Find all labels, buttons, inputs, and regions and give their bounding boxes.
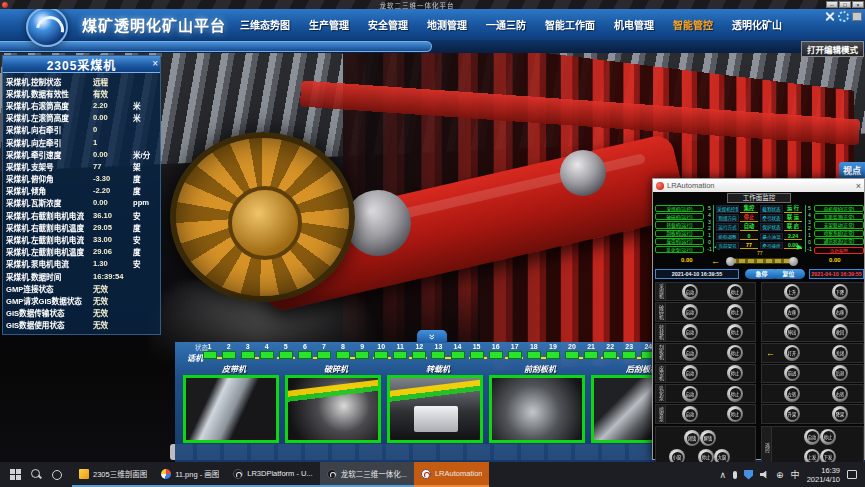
start-button[interactable]: 启动 xyxy=(682,386,698,402)
nav-item[interactable]: 地测管理 xyxy=(427,17,467,32)
nav-item[interactable]: 机电管理 xyxy=(614,17,654,32)
start-button[interactable]: 启动 xyxy=(682,324,698,340)
panel-toggle-icon[interactable] xyxy=(852,12,862,21)
action-button[interactable]: 伸出 xyxy=(784,324,800,340)
stop-button[interactable]: 停止 xyxy=(727,345,743,361)
taskbar-app[interactable]: 龙软二三维一体化... xyxy=(320,462,414,487)
status-button[interactable]: 瓦斯监测(正常) xyxy=(814,213,864,220)
left-value: 0.00 xyxy=(681,257,693,263)
position-slider[interactable] xyxy=(729,258,795,264)
viewpoint-tab[interactable]: 视点 xyxy=(839,162,865,179)
panel-close-icon[interactable]: × xyxy=(152,57,158,71)
camera-thumbnail[interactable] xyxy=(183,375,279,443)
stop-button[interactable]: 停止 xyxy=(727,324,743,340)
taskbar-app[interactable]: LRAutomation xyxy=(414,462,490,487)
start-button[interactable] xyxy=(10,469,21,480)
search-icon[interactable] xyxy=(31,469,42,480)
chevron-down-icon: « xyxy=(427,334,437,340)
maximize-button[interactable]: □ xyxy=(839,1,851,8)
taskbar-app[interactable]: 2305三维剖面图 xyxy=(72,462,154,487)
microphone-icon[interactable] xyxy=(733,471,737,479)
special-button[interactable]: 闭锁 xyxy=(684,430,700,446)
action-button[interactable]: 下降 xyxy=(832,284,848,300)
cortana-icon[interactable] xyxy=(52,470,62,480)
stop-button[interactable]: 停止 xyxy=(727,386,743,402)
status-button[interactable]: 刮板机(运行) xyxy=(655,230,704,237)
status-button[interactable]: 皮带机(运行) xyxy=(655,238,704,245)
nav-item[interactable]: 智能管控 xyxy=(673,17,713,32)
status-button[interactable]: 乳化泵(运行) xyxy=(655,246,704,253)
action-button[interactable]: 后退 xyxy=(832,365,848,381)
sub-toolbar xyxy=(0,40,865,53)
camera-thumbnail[interactable] xyxy=(285,375,381,443)
special-button[interactable]: 启动 xyxy=(804,429,820,445)
notification-center-icon[interactable] xyxy=(847,470,857,479)
nav-item[interactable]: 智能工作面 xyxy=(545,17,595,32)
support-number: 21 xyxy=(587,343,595,350)
action-button[interactable]: 上升 xyxy=(784,284,800,300)
camera-thumbnail[interactable] xyxy=(387,375,483,443)
strip-collapse-tab[interactable]: « xyxy=(417,330,447,343)
network-icon[interactable]: ⊕ xyxy=(776,470,784,480)
support-number: 20 xyxy=(568,343,576,350)
status-button[interactable]: 破碎机(运行) xyxy=(655,213,704,220)
data-unit: 米/分 xyxy=(133,149,157,160)
workface-monitor-tab[interactable]: 工作面监控 xyxy=(727,193,791,203)
lrautomation-window: LRAutomation × 工作面监控 采煤机(远控)破碎机(运行)转载机(运… xyxy=(652,178,865,460)
action-button[interactable]: 关闭 xyxy=(832,345,848,361)
nav-item[interactable]: 安全管理 xyxy=(368,17,408,32)
minimize-button[interactable]: – xyxy=(826,1,838,8)
action-button[interactable]: 左转 xyxy=(784,386,800,402)
speaker-icon[interactable] xyxy=(760,471,769,479)
camera-thumbnail[interactable] xyxy=(489,375,585,443)
security-shield-icon[interactable] xyxy=(744,470,753,480)
start-button[interactable]: 启动 xyxy=(682,365,698,381)
tray-expand-icon[interactable]: ∧ xyxy=(719,470,726,480)
stop-button[interactable]: 停止 xyxy=(727,406,743,422)
status-button[interactable]: 支架联动(正常) xyxy=(814,221,864,228)
control-row: 皮带机 启动 停止 xyxy=(655,364,756,383)
stop-button[interactable]: 停止 xyxy=(727,284,743,300)
action-button[interactable]: 右转 xyxy=(832,386,848,402)
close-button[interactable]: × xyxy=(852,1,864,8)
nav-item[interactable]: 一通三防 xyxy=(486,17,526,32)
nav-item[interactable]: 透明化矿山 xyxy=(732,17,782,32)
taskbar-app[interactable]: 11.png - 画图 xyxy=(154,462,226,487)
status-button[interactable]: 采煤机(远控) xyxy=(655,205,704,212)
stop-button[interactable]: 停止 xyxy=(727,365,743,381)
start-button[interactable]: 启动 xyxy=(682,406,698,422)
action-button[interactable]: 升架 xyxy=(784,406,800,422)
special-button[interactable]: 解锁 xyxy=(700,430,716,446)
action-button[interactable]: 左移 xyxy=(784,304,800,320)
support-status-cell: 19 xyxy=(544,343,561,359)
action-button[interactable]: 收回 xyxy=(832,324,848,340)
status-button[interactable]: 电机保护(正常) xyxy=(814,205,864,212)
reset-pill-button[interactable]: 复位 xyxy=(772,269,805,279)
ime-indicator[interactable]: 中 xyxy=(791,468,800,481)
support-status-cell: 6 xyxy=(296,343,313,359)
camera-strip xyxy=(183,375,687,443)
start-button[interactable]: 启动 xyxy=(682,284,698,300)
nav-item[interactable]: 三维态势图 xyxy=(240,17,290,32)
taskbar-app[interactable]: LR3DPlatform - U... xyxy=(226,462,319,487)
taskbar-clock[interactable]: 16:39 2021/4/10 xyxy=(807,466,840,484)
status-button[interactable]: 转载机(运行) xyxy=(655,221,704,228)
start-button[interactable]: 启动 xyxy=(682,304,698,320)
edit-mode-button[interactable]: 打开编辑模式 xyxy=(801,41,864,57)
gear-icon[interactable] xyxy=(838,11,849,22)
special-button[interactable]: 停止 xyxy=(820,429,836,445)
action-button[interactable]: 打开 xyxy=(784,345,800,361)
status-button[interactable]: 通讯状态(正常) xyxy=(814,238,864,245)
action-button[interactable]: 前进 xyxy=(784,365,800,381)
status-button[interactable]: 喷雾系统(正常) xyxy=(814,230,864,237)
timestamp-row: 2021-04-10 16:39:55 急停 复位 2021-04-10 16:… xyxy=(653,269,865,280)
data-value: 有效 xyxy=(93,88,133,99)
lr-close-icon[interactable]: × xyxy=(856,181,861,191)
support-status-cell: 11 xyxy=(392,343,409,359)
nav-item[interactable]: 生产管理 xyxy=(309,17,349,32)
stop-button[interactable]: 停止 xyxy=(727,304,743,320)
tools-icon[interactable] xyxy=(824,11,835,22)
action-button[interactable]: 降架 xyxy=(832,406,848,422)
start-button[interactable]: 启动 xyxy=(682,345,698,361)
action-button[interactable]: 右移 xyxy=(832,304,848,320)
